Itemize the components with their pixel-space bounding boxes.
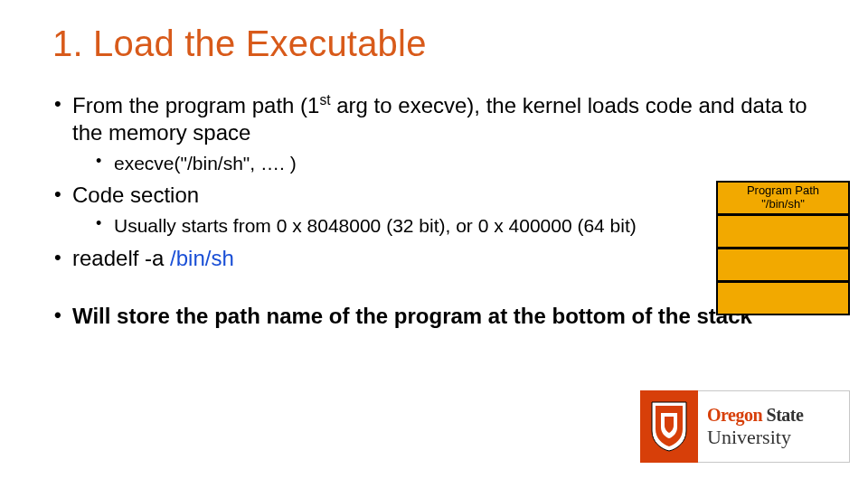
osu-logo-line2: University (707, 426, 849, 449)
bullet-list-2: Will store the path name of the program … (52, 303, 816, 330)
stack-wrap: Program Path "/bin/sh" (716, 181, 850, 315)
bullet-2-text: Code section (72, 183, 199, 207)
bullet-1-text-a: From the program path (1 (72, 93, 319, 117)
slide: 1. Load the Executable From the program … (0, 0, 868, 488)
osu-logo-state: State (767, 405, 804, 425)
bullet-2-sub: Usually starts from 0 x 8048000 (32 bit)… (72, 212, 816, 239)
stack-row-1 (717, 215, 849, 248)
osu-logo: Oregon State University (640, 390, 850, 463)
stack-row-0: Program Path "/bin/sh" (717, 182, 849, 214)
osu-crest-icon (640, 390, 698, 463)
bullet-4: Will store the path name of the program … (52, 303, 816, 330)
slide-title: 1. Load the Executable (52, 23, 816, 64)
bullet-3: readelf -a /bin/sh (52, 245, 816, 272)
memory-stack-diagram: Program Path "/bin/sh" (716, 181, 850, 315)
osu-logo-oregon: Oregon (707, 405, 762, 425)
bullet-1-sub-list: execve("/bin/sh", …. ) (72, 150, 816, 176)
bullet-list: From the program path (1st arg to execve… (52, 91, 816, 272)
bullet-3-link: /bin/sh (170, 246, 234, 270)
shield-icon (648, 400, 690, 453)
stack-row-3 (717, 282, 849, 314)
stack-row-0-b: "/bin/sh" (761, 198, 805, 211)
bullet-3-text: readelf -a (72, 246, 170, 270)
bullet-1-sup: st (319, 92, 330, 108)
stack-row-0-a: Program Path (747, 184, 819, 198)
bullet-1-sub: execve("/bin/sh", …. ) (72, 150, 816, 176)
osu-logo-line1: Oregon State (707, 405, 849, 426)
bullet-1: From the program path (1st arg to execve… (52, 91, 816, 176)
bullet-2: Code section Usually starts from 0 x 804… (52, 182, 816, 239)
stack-row-2 (717, 249, 849, 281)
bullet-2-sub-list: Usually starts from 0 x 8048000 (32 bit)… (72, 212, 816, 239)
osu-logo-text: Oregon State University (698, 390, 850, 463)
